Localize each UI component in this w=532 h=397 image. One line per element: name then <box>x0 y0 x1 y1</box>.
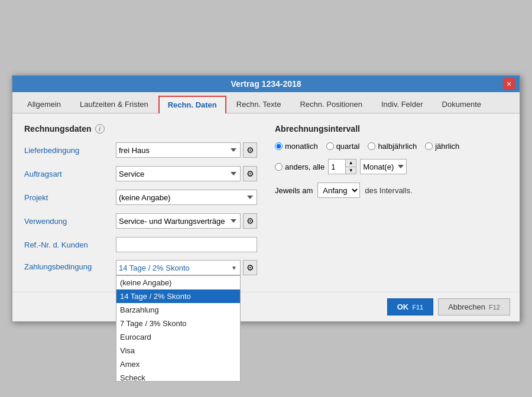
jeweils-row: Jeweils am Anfang Ende des Intervalls. <box>275 183 508 198</box>
zahlungsbedingung-dropdown-wrap: 14 Tage / 2% Skonto ▼ (keine Angabe) 14 … <box>116 260 241 275</box>
dropdown-item-eurocard[interactable]: Eurocard <box>116 330 240 344</box>
auftragsart-control: Service ⚙ <box>116 166 257 181</box>
spin-down-button[interactable]: ▼ <box>346 167 356 174</box>
right-panel: Abrechnungsintervall monatlich quartal h… <box>275 124 508 284</box>
lieferbedingung-gear[interactable]: ⚙ <box>243 142 257 158</box>
verwendung-row: Verwendung Service- und Wartungsverträge… <box>24 213 257 229</box>
dialog-title: Vertrag 1234-2018 <box>231 79 301 89</box>
monat-select[interactable]: Monat(e) Jahr(e) <box>360 159 407 174</box>
projekt-control: (keine Angabe) <box>116 190 257 205</box>
anfang-select[interactable]: Anfang Ende <box>317 183 360 198</box>
auftragsart-gear[interactable]: ⚙ <box>243 166 257 181</box>
dropdown-arrow-icon: ▼ <box>231 265 237 271</box>
projekt-row: Projekt (keine Angabe) <box>24 189 257 206</box>
anders-row: anders, alle ▲ ▼ Monat(e) Jahr(e) <box>275 159 508 174</box>
dropdown-item-visa[interactable]: Visa <box>116 344 240 357</box>
dropdown-item-14tage[interactable]: 14 Tage / 2% Skonto <box>116 289 240 303</box>
ok-label: OK <box>397 302 409 311</box>
verwendung-gear[interactable]: ⚙ <box>243 213 257 229</box>
refnr-label: Ref.-Nr. d. Kunden <box>24 240 116 249</box>
tab-bar: Allgemein Laufzeiten & Fristen Rechn. Da… <box>12 92 520 113</box>
verwendung-label: Verwendung <box>24 217 116 226</box>
abbrechen-key: F12 <box>489 304 500 311</box>
zahlungsbedingung-row: Zahlungsbedingung 14 Tage / 2% Skonto ▼ … <box>24 260 257 276</box>
dropdown-item-7tage[interactable]: 7 Tage / 3% Skonto <box>116 317 240 330</box>
lieferbedingung-label: Lieferbedingung <box>24 146 116 155</box>
auftragsart-label: Auftragsart <box>24 170 116 178</box>
verwendung-control: Service- und Wartungsverträge ⚙ <box>116 213 257 229</box>
auftragsart-select[interactable]: Service <box>116 166 241 181</box>
left-section-title: Rechnungsdaten i <box>24 124 257 134</box>
abbrechen-button[interactable]: Abbrechen F12 <box>438 298 510 315</box>
ok-button[interactable]: OK F11 <box>387 298 433 315</box>
zahlungsbedingung-list: (keine Angabe) 14 Tage / 2% Skonto Barza… <box>116 275 241 382</box>
refnr-row: Ref.-Nr. d. Kunden <box>24 236 257 253</box>
tab-laufzeiten[interactable]: Laufzeiten & Fristen <box>71 96 157 113</box>
radio-quartal[interactable]: quartal <box>326 142 360 151</box>
radio-jaehrlich[interactable]: jährlich <box>425 142 459 151</box>
jeweils-label: Jeweils am <box>275 186 313 195</box>
tab-indiv-felder[interactable]: Indiv. Felder <box>372 96 432 113</box>
right-section-title: Abrechnungsintervall <box>275 124 508 134</box>
des-intervalls-text: des Intervalls. <box>365 186 412 195</box>
spinbox-buttons: ▲ ▼ <box>345 160 356 174</box>
projekt-label: Projekt <box>24 193 116 202</box>
footer: OK F11 Abbrechen F12 <box>12 292 520 321</box>
spin-up-button[interactable]: ▲ <box>346 160 356 167</box>
main-dialog: Vertrag 1234-2018 × Allgemein Laufzeiten… <box>12 75 520 322</box>
anders-spinbox: ▲ ▼ <box>328 159 356 174</box>
interval-radio-row: monatlich quartal halbjährlich jährlich <box>275 142 508 151</box>
radio-halbjaehrlich[interactable]: halbjährlich <box>368 142 417 151</box>
refnr-control <box>116 237 257 252</box>
tab-allgemein[interactable]: Allgemein <box>18 96 70 113</box>
tab-dokumente[interactable]: Dokumente <box>433 96 490 113</box>
abbrechen-label: Abbrechen <box>448 302 485 311</box>
radio-anders[interactable]: anders, alle <box>275 162 325 171</box>
close-button[interactable]: × <box>503 78 515 90</box>
dropdown-item-scheck[interactable]: Scheck <box>116 371 240 382</box>
verwendung-select[interactable]: Service- und Wartungsverträge <box>116 213 241 229</box>
lieferbedingung-control: frei Haus ⚙ <box>116 142 257 158</box>
dropdown-item-keine[interactable]: (keine Angabe) <box>116 276 240 289</box>
ok-key: F11 <box>412 304 423 311</box>
radio-monatlich[interactable]: monatlich <box>275 142 318 151</box>
projekt-select[interactable]: (keine Angabe) <box>116 190 257 205</box>
zahlungsbedingung-gear[interactable]: ⚙ <box>243 260 257 275</box>
tab-rechn-positionen[interactable]: Rechn. Positionen <box>291 96 371 113</box>
title-bar: Vertrag 1234-2018 × <box>12 76 520 92</box>
zahlungsbedingung-label: Zahlungsbedingung <box>24 260 116 271</box>
dropdown-item-amex[interactable]: Amex <box>116 357 240 371</box>
lieferbedingung-row: Lieferbedingung frei Haus ⚙ <box>24 142 257 158</box>
content-area: Rechnungsdaten i Lieferbedingung frei Ha… <box>12 113 520 292</box>
zahlungsbedingung-control: 14 Tage / 2% Skonto ▼ (keine Angabe) 14 … <box>116 260 257 275</box>
tab-rechn-texte[interactable]: Rechn. Texte <box>228 96 290 113</box>
left-panel: Rechnungsdaten i Lieferbedingung frei Ha… <box>24 124 257 284</box>
tab-rechn-daten[interactable]: Rechn. Daten <box>158 96 226 113</box>
zahlungsbedingung-trigger[interactable]: 14 Tage / 2% Skonto ▼ <box>116 260 241 275</box>
lieferbedingung-select[interactable]: frei Haus <box>116 142 241 158</box>
info-icon[interactable]: i <box>95 124 105 134</box>
refnr-input[interactable] <box>116 237 257 252</box>
dropdown-item-barzahlung[interactable]: Barzahlung <box>116 303 240 317</box>
auftragsart-row: Auftragsart Service ⚙ <box>24 165 257 182</box>
content-grid: Rechnungsdaten i Lieferbedingung frei Ha… <box>24 124 508 284</box>
